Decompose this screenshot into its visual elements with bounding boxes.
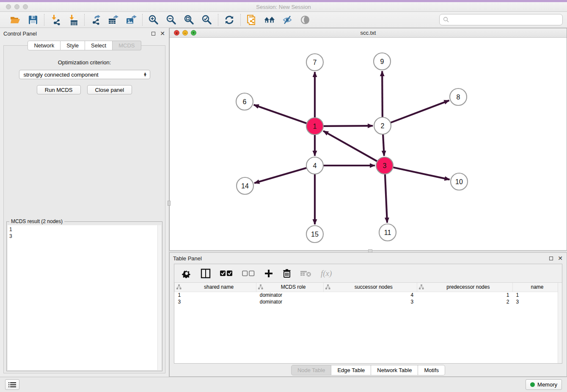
- graph-node-15[interactable]: 15: [306, 226, 323, 243]
- graph-edge-2-9[interactable]: [382, 71, 383, 117]
- graph-edge-3-11[interactable]: [385, 174, 387, 223]
- zoom-in-icon[interactable]: [148, 14, 160, 26]
- delete-column-icon[interactable]: [283, 269, 291, 278]
- network-minimize-button[interactable]: –: [182, 30, 188, 36]
- run-mcds-button[interactable]: Run MCDS: [37, 85, 81, 94]
- graph-edge-4-14[interactable]: [254, 168, 307, 183]
- close-panel-button[interactable]: Close panel: [87, 85, 132, 94]
- close-panel-icon[interactable]: ✕: [160, 30, 165, 36]
- graph-edge-2-3[interactable]: [383, 134, 384, 156]
- node-label: 10: [455, 178, 463, 185]
- table-row[interactable]: 3dominator323: [175, 298, 562, 305]
- tab-network-table[interactable]: Network Table: [371, 365, 418, 375]
- graph-node-3[interactable]: 3: [376, 157, 393, 174]
- zoom-out-icon[interactable]: [165, 14, 177, 26]
- memory-button[interactable]: Memory: [526, 379, 562, 390]
- function-builder-icon[interactable]: f(x): [321, 269, 332, 278]
- graph-edge-3-10[interactable]: [393, 167, 450, 179]
- tab-mcds[interactable]: MCDS: [113, 41, 141, 50]
- column-header-name[interactable]: name: [513, 283, 562, 292]
- export-table-icon[interactable]: [107, 14, 119, 26]
- tab-style[interactable]: Style: [61, 41, 85, 50]
- delete-table-icon[interactable]: [300, 270, 311, 277]
- node-label: 8: [457, 94, 460, 101]
- add-column-icon[interactable]: [264, 269, 273, 278]
- gear-icon[interactable]: [182, 269, 191, 278]
- table-cell[interactable]: 1: [417, 292, 512, 298]
- column-header-successor-nodes[interactable]: successor nodes: [323, 283, 417, 292]
- zoom-fit-icon[interactable]: [183, 14, 195, 26]
- graph-edge-3-1[interactable]: [323, 131, 377, 161]
- network-canvas[interactable]: 7968124314101511: [170, 38, 567, 250]
- graph-edge-1-6[interactable]: [254, 105, 307, 124]
- open-folder-icon[interactable]: [9, 14, 21, 26]
- float-panel-button[interactable]: [150, 30, 156, 36]
- table-cell[interactable]: dominator: [256, 298, 324, 305]
- zoom-selected-icon[interactable]: [201, 14, 213, 26]
- save-icon[interactable]: [27, 14, 39, 26]
- table-cell[interactable]: 1: [175, 292, 256, 298]
- graph-node-1[interactable]: 1: [306, 118, 323, 135]
- graph-node-2[interactable]: 2: [374, 117, 391, 134]
- table-cell[interactable]: 3: [175, 298, 256, 305]
- search-icon: [443, 17, 449, 23]
- export-image-icon[interactable]: [125, 14, 137, 26]
- tab-motifs[interactable]: Motifs: [418, 365, 445, 375]
- new-network-from-selection-icon[interactable]: [246, 14, 258, 26]
- refresh-layout-icon[interactable]: [223, 14, 235, 26]
- graph-node-10[interactable]: 10: [451, 173, 468, 190]
- hide-style-icon[interactable]: [281, 14, 293, 26]
- graph-node-4[interactable]: 4: [306, 157, 323, 174]
- task-history-button[interactable]: [5, 379, 19, 390]
- table-cell[interactable]: 3: [323, 298, 417, 305]
- first-neighbors-icon[interactable]: [264, 14, 275, 26]
- horizontal-splitter[interactable]: [169, 251, 567, 252]
- show-graphics-details-icon[interactable]: [299, 14, 311, 26]
- table-cell[interactable]: 3: [513, 298, 562, 305]
- graph-node-8[interactable]: 8: [450, 88, 467, 105]
- table-cell[interactable]: 1: [513, 292, 562, 298]
- split-columns-icon[interactable]: [201, 268, 211, 279]
- tab-node-table[interactable]: Node Table: [291, 365, 332, 375]
- table-toolbar: f(x): [174, 264, 562, 283]
- network-maximize-button[interactable]: +: [191, 30, 196, 36]
- panel-splitter-handle[interactable]: [168, 201, 171, 206]
- table-cell[interactable]: dominator: [256, 292, 324, 298]
- table-cell[interactable]: 2: [417, 298, 512, 305]
- import-network-icon[interactable]: [50, 14, 61, 26]
- close-table-panel-icon[interactable]: ✕: [557, 255, 563, 261]
- table-scrollbar[interactable]: [558, 283, 562, 363]
- unselect-all-columns-icon[interactable]: [242, 270, 255, 277]
- result-scrollbar[interactable]: [157, 225, 161, 370]
- graph-node-9[interactable]: 9: [374, 53, 391, 70]
- window-titlebar: Session: New Session: [0, 2, 567, 12]
- graph-edge-1-2[interactable]: [323, 126, 373, 126]
- tab-network[interactable]: Network: [28, 41, 61, 50]
- graph-node-14[interactable]: 14: [237, 177, 253, 194]
- search-field[interactable]: [439, 14, 563, 25]
- main-toolbar: [0, 12, 567, 28]
- table-row[interactable]: 1dominator411: [175, 292, 562, 298]
- column-tree-icon: [176, 284, 182, 291]
- optimization-criterion-dropdown[interactable]: strongly connected component ▲▼: [19, 70, 150, 79]
- column-header-MCDS-role[interactable]: MCDS role: [256, 283, 324, 292]
- tab-edge-table[interactable]: Edge Table: [331, 365, 371, 375]
- column-header-predecessor-nodes[interactable]: predecessor nodes: [417, 283, 512, 292]
- tab-select[interactable]: Select: [85, 41, 113, 50]
- search-input[interactable]: [451, 17, 559, 23]
- column-header-shared-name[interactable]: shared name: [175, 283, 256, 292]
- optimization-criterion-label: Optimization criterion:: [4, 59, 165, 66]
- node-label: 9: [380, 58, 384, 65]
- graph-edge-2-8[interactable]: [391, 100, 449, 123]
- network-close-button[interactable]: x: [174, 30, 179, 36]
- export-network-icon[interactable]: [90, 14, 102, 26]
- import-table-icon[interactable]: [67, 14, 79, 26]
- select-all-columns-icon[interactable]: [220, 270, 233, 277]
- node-label: 11: [384, 229, 391, 236]
- float-table-panel-button[interactable]: [548, 255, 554, 261]
- table-cell[interactable]: 4: [323, 292, 417, 298]
- graph-node-6[interactable]: 6: [236, 93, 253, 110]
- graph-node-11[interactable]: 11: [379, 224, 396, 241]
- mcds-result-text[interactable]: 1 3: [8, 225, 157, 370]
- graph-node-7[interactable]: 7: [306, 54, 323, 71]
